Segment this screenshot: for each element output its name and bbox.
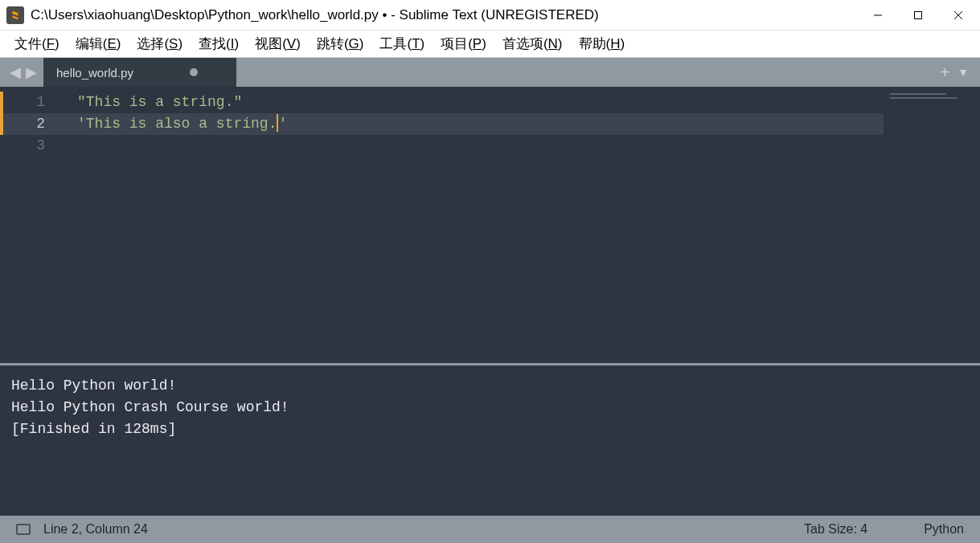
editor[interactable]: 1 2 3 "This is a string." 'This is also … <box>0 87 980 363</box>
close-button[interactable] <box>938 0 978 31</box>
menu-file[interactable]: 文件(F) <box>8 31 66 56</box>
tabstrip: ◀ ▶ hello_world.py + ▼ <box>0 58 980 87</box>
menu-goto[interactable]: 跳转(G) <box>310 31 371 56</box>
menu-project[interactable]: 项目(P) <box>434 31 493 56</box>
line-number: 3 <box>3 135 59 157</box>
line-number-gutter: 1 2 3 <box>3 87 59 363</box>
menu-preferences[interactable]: 首选项(N) <box>496 31 569 56</box>
tab-dirty-indicator-icon <box>190 68 198 76</box>
status-tab-size[interactable]: Tab Size: 4 <box>804 522 867 537</box>
tab-nav-arrows: ◀ ▶ <box>0 58 43 87</box>
menu-tools[interactable]: 工具(T) <box>373 31 431 56</box>
titlebar: C:\Users\xiaohuang\Desktop\Python_work\h… <box>0 0 980 31</box>
gutter-modification-bar <box>0 87 3 363</box>
output-line: [Finished in 128ms] <box>11 421 176 437</box>
line-number: 1 <box>3 92 59 113</box>
panel-switcher-icon[interactable] <box>16 524 31 535</box>
tab-label: hello_world.py <box>56 66 133 80</box>
app-icon <box>6 6 24 24</box>
tab-nav-back-icon[interactable]: ◀ <box>8 63 23 81</box>
text-cursor <box>277 114 278 132</box>
statusbar: Line 2, Column 24 Tab Size: 4 Python <box>0 516 980 543</box>
window-title: C:\Users\xiaohuang\Desktop\Python_work\h… <box>31 7 858 23</box>
status-position[interactable]: Line 2, Column 24 <box>43 522 148 537</box>
menu-view[interactable]: 视图(V) <box>248 31 307 56</box>
menu-select[interactable]: 选择(S) <box>130 31 189 56</box>
menu-edit[interactable]: 编辑(E) <box>69 31 128 56</box>
output-line: Hello Python world! <box>11 378 176 394</box>
window-controls <box>858 0 978 31</box>
svg-rect-1 <box>915 11 922 18</box>
code-content[interactable]: "This is a string." 'This is also a stri… <box>59 87 884 363</box>
tab-dropdown-icon[interactable]: ▼ <box>957 66 969 79</box>
status-syntax[interactable]: Python <box>924 522 964 537</box>
build-output-panel[interactable]: Hello Python world! Hello Python Crash C… <box>0 363 980 516</box>
code-line[interactable] <box>59 135 884 157</box>
line-number: 2 <box>3 113 59 135</box>
menu-find[interactable]: 查找(I) <box>192 31 245 56</box>
tab-nav-forward-icon[interactable]: ▶ <box>24 63 39 81</box>
minimap[interactable] <box>884 87 980 363</box>
new-tab-button[interactable]: + <box>940 63 949 82</box>
menubar: 文件(F) 编辑(E) 选择(S) 查找(I) 视图(V) 跳转(G) 工具(T… <box>0 31 980 58</box>
minimize-button[interactable] <box>858 0 898 31</box>
maximize-button[interactable] <box>898 0 938 31</box>
tab-active[interactable]: hello_world.py <box>43 58 236 87</box>
output-line: Hello Python Crash Course world! <box>11 399 289 415</box>
editor-area: 1 2 3 "This is a string." 'This is also … <box>0 87 980 516</box>
code-line[interactable]: "This is a string." <box>59 92 884 113</box>
code-line[interactable]: 'This is also a string.' <box>59 113 884 135</box>
menu-help[interactable]: 帮助(H) <box>572 31 632 56</box>
